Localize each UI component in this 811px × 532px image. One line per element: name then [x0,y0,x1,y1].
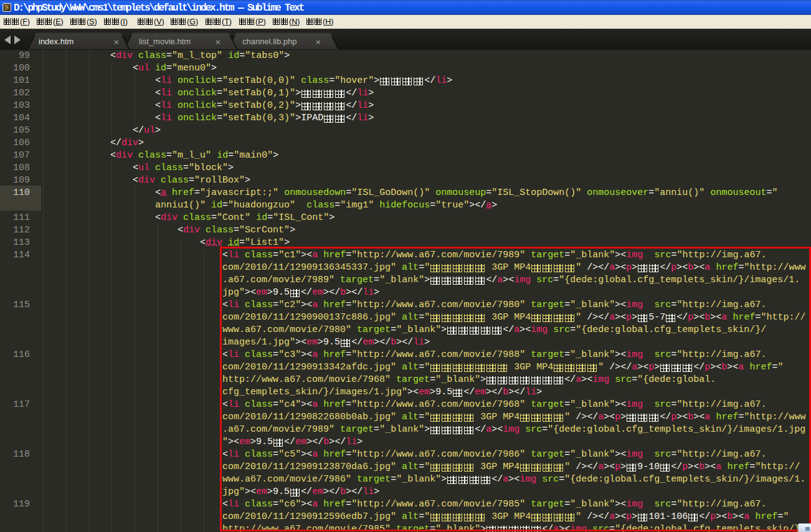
svg-text:×: × [114,37,119,47]
svg-text:index.htm: index.htm [39,37,74,46]
svg-text:×: × [216,37,221,47]
svg-text:×: × [316,37,321,47]
svg-text:list_movie.htm: list_movie.htm [139,37,191,46]
svg-text:channel.lib.php: channel.lib.php [242,37,296,46]
